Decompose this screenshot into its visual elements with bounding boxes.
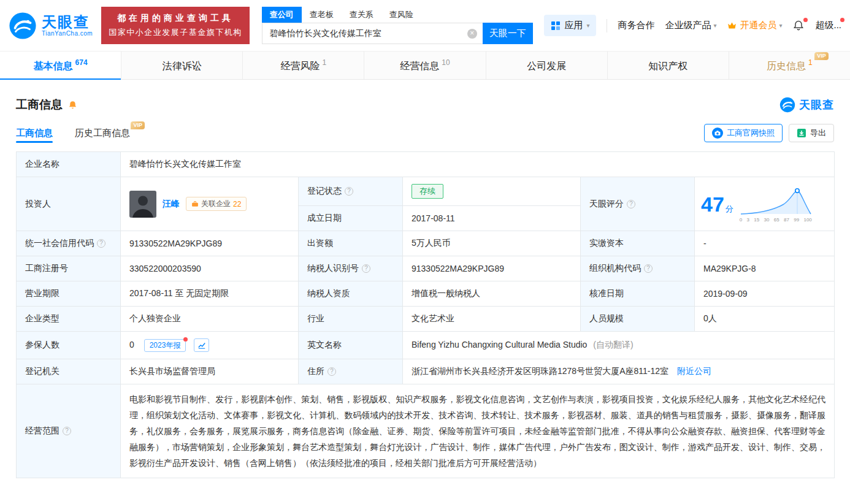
field-label-reg-number: 工商注册号 bbox=[17, 256, 121, 281]
field-value-reg-authority: 长兴县市场监督管理局 bbox=[121, 359, 299, 384]
top-header: 天眼查 TianYanCha.com 都在用的商业查询工具 国家中小企业发展子基… bbox=[0, 0, 850, 51]
table-row: 登记机关 长兴县市场监督管理局 住所? 浙江省湖州市长兴县经济开发区明珠路127… bbox=[17, 359, 835, 384]
table-row: 经营范围? 电影和影视节目制作、发行，影视剧本创作、策划、销售，影视版权、知识产… bbox=[17, 384, 835, 478]
field-label-approval-date: 核准日期 bbox=[581, 281, 695, 307]
official-snapshot-button[interactable]: 工商官网快照 bbox=[704, 124, 783, 142]
field-label-staff-size: 人员规模 bbox=[581, 307, 695, 332]
help-icon[interactable]: ? bbox=[63, 427, 71, 435]
apps-grid-icon bbox=[551, 21, 561, 31]
chevron-down-icon: ▾ bbox=[586, 22, 589, 29]
help-icon[interactable]: ? bbox=[644, 264, 653, 273]
briefcase-icon bbox=[191, 200, 199, 208]
trend-chart-icon bbox=[197, 341, 206, 349]
subscribe-bell-icon[interactable] bbox=[67, 100, 78, 110]
table-row: 统一社会信用代码? 91330522MA29KPJG89 出资额 5万人民币 实… bbox=[17, 231, 835, 256]
status-badge: 存续 bbox=[412, 184, 443, 199]
business-info-section: 工商信息 天眼查 工商信息 历史工商信息 VIP bbox=[0, 80, 850, 497]
help-icon[interactable]: ? bbox=[627, 200, 635, 208]
field-value-score: 47分 031530658799100 bbox=[695, 177, 835, 231]
brand-text: 天眼查 bbox=[799, 97, 834, 112]
tab-operation-risk[interactable]: 经营风险1 bbox=[243, 52, 364, 79]
nav-super-vip[interactable]: 超级... bbox=[815, 20, 841, 31]
field-value-credit-code: 91330522MA29KPJG89 bbox=[121, 231, 299, 256]
nearby-companies-link[interactable]: 附近公司 bbox=[677, 366, 711, 376]
tab-operation-info[interactable]: 经营信息10 bbox=[364, 52, 486, 79]
field-value-reg-number: 330522000203590 bbox=[121, 256, 299, 281]
search-button[interactable]: 天眼一下 bbox=[483, 23, 533, 44]
search-tab-company[interactable]: 查公司 bbox=[262, 7, 302, 23]
business-info-table: 企业名称 碧峰怡竹长兴文化传媒工作室 投资人 汪峰 bbox=[16, 151, 835, 478]
search-tab-boss[interactable]: 查老板 bbox=[302, 7, 342, 23]
tianyancha-logo[interactable]: 天眼查 TianYanCha.com bbox=[9, 12, 93, 40]
field-label-org-code: 组织机构代码? bbox=[581, 256, 695, 281]
subtab-business-info[interactable]: 工商信息 bbox=[16, 128, 53, 147]
field-label-investor: 投资人 bbox=[17, 177, 121, 231]
field-value-business-scope: 电影和影视节目制作、发行，影视剧本创作、策划、销售，影视版权、知识产权服务，影视… bbox=[121, 384, 835, 478]
tianyancha-page: 天眼查 TianYanCha.com 都在用的商业查询工具 国家中小企业发展子基… bbox=[0, 0, 850, 497]
watermark-brand: 天眼查 bbox=[779, 97, 834, 113]
search-tab-risk[interactable]: 查风险 bbox=[381, 7, 421, 23]
field-label-reg-status: 登记状态? bbox=[299, 177, 403, 206]
field-label-establish-date: 成立日期 bbox=[299, 206, 403, 231]
score-unit: 分 bbox=[726, 204, 733, 213]
tab-company-development[interactable]: 公司发展 bbox=[486, 52, 608, 79]
tianyancha-logo-icon bbox=[9, 12, 37, 40]
top-nav: 应用 ▾ 商务合作 企业级产品 ▾ 开通会员 ▾ bbox=[544, 15, 841, 36]
annual-report-badge[interactable]: 2023年报 bbox=[144, 339, 186, 352]
field-label-business-scope: 经营范围? bbox=[17, 384, 121, 478]
field-label-industry: 行业 bbox=[299, 307, 403, 332]
tab-basic-info[interactable]: 基本信息674 bbox=[0, 52, 121, 79]
export-icon bbox=[797, 128, 806, 138]
field-value-company-type: 个人独资企业 bbox=[121, 307, 299, 332]
investor-avatar[interactable] bbox=[129, 191, 156, 218]
tab-history-info[interactable]: 历史信息 1 VIP bbox=[729, 52, 850, 79]
search-input[interactable] bbox=[262, 23, 483, 44]
clear-search-icon[interactable]: × bbox=[467, 29, 477, 39]
field-value-insured: 0 2023年报 bbox=[121, 332, 299, 359]
person-photo-placeholder bbox=[129, 191, 156, 218]
field-label-paid-capital: 实缴资本 bbox=[581, 231, 695, 256]
help-icon[interactable]: ? bbox=[345, 187, 353, 196]
bell-icon bbox=[792, 20, 805, 32]
nav-business-coop[interactable]: 商务合作 bbox=[618, 20, 654, 31]
related-companies-count: 22 bbox=[233, 200, 241, 208]
slogan-badge: 都在用的商业查询工具 国家中小企业发展子基金旗下机构 bbox=[101, 7, 250, 44]
export-button[interactable]: 导出 bbox=[789, 124, 834, 142]
field-value-industry: 文化艺术业 bbox=[403, 307, 581, 332]
tianyancha-logo-icon bbox=[779, 97, 795, 113]
logo-domain: TianYanCha.com bbox=[42, 30, 93, 37]
field-value-address: 浙江省湖州市长兴县经济开发区明珠路1278号世贸大厦A座811-12室 附近公司 bbox=[403, 359, 835, 384]
field-value-investor: 汪峰 关联企业 22 bbox=[121, 177, 299, 231]
field-value-business-term: 2017-08-11 至 无固定期限 bbox=[121, 281, 299, 307]
tab-intellectual-property[interactable]: 知识产权 bbox=[608, 52, 729, 79]
slogan-line1: 都在用的商业查询工具 bbox=[109, 13, 242, 24]
nav-open-vip[interactable]: 开通会员 ▾ bbox=[727, 20, 782, 31]
investor-name-link[interactable]: 汪峰 bbox=[163, 199, 180, 210]
field-label-credit-code: 统一社会信用代码? bbox=[17, 231, 121, 256]
notification-bell[interactable] bbox=[792, 20, 805, 32]
table-row: 工商注册号 330522000203590 纳税人识别号? 91330522MA… bbox=[17, 256, 835, 281]
related-companies-badge[interactable]: 关联企业 22 bbox=[186, 197, 247, 211]
field-value-paid-capital: - bbox=[695, 231, 835, 256]
slogan-line2: 国家中小企业发展子基金旗下机构 bbox=[109, 27, 242, 38]
search-tab-relation[interactable]: 查关系 bbox=[342, 7, 381, 23]
crown-icon bbox=[727, 20, 737, 31]
nav-enterprise-products[interactable]: 企业级产品 ▾ bbox=[665, 20, 716, 31]
camera-icon bbox=[712, 128, 723, 139]
vip-badge: VIP bbox=[814, 52, 829, 60]
field-label-company-name: 企业名称 bbox=[17, 152, 121, 177]
subtab-history-business-info[interactable]: 历史工商信息 VIP bbox=[75, 128, 130, 147]
table-row: 营业期限 2017-08-11 至 无固定期限 纳税人资质 增值税一般纳税人 核… bbox=[17, 281, 835, 307]
insured-trend-button[interactable] bbox=[194, 338, 209, 352]
help-icon[interactable]: ? bbox=[362, 264, 370, 273]
tab-legal-litigation[interactable]: 法律诉讼 bbox=[121, 52, 243, 79]
field-label-taxpayer-quality: 纳税人资质 bbox=[299, 281, 403, 307]
field-label-capital: 出资额 bbox=[299, 231, 403, 256]
field-value-english-name: Bifeng Yizhu Changxing Cultural Media St… bbox=[403, 332, 835, 359]
tab-count: 1 bbox=[808, 58, 813, 67]
help-icon[interactable]: ? bbox=[327, 367, 336, 376]
apps-menu-button[interactable]: 应用 ▾ bbox=[544, 15, 596, 36]
field-label-score: 天眼评分? bbox=[581, 177, 695, 231]
help-icon[interactable]: ? bbox=[97, 239, 105, 248]
chevron-down-icon: ▾ bbox=[713, 22, 716, 29]
